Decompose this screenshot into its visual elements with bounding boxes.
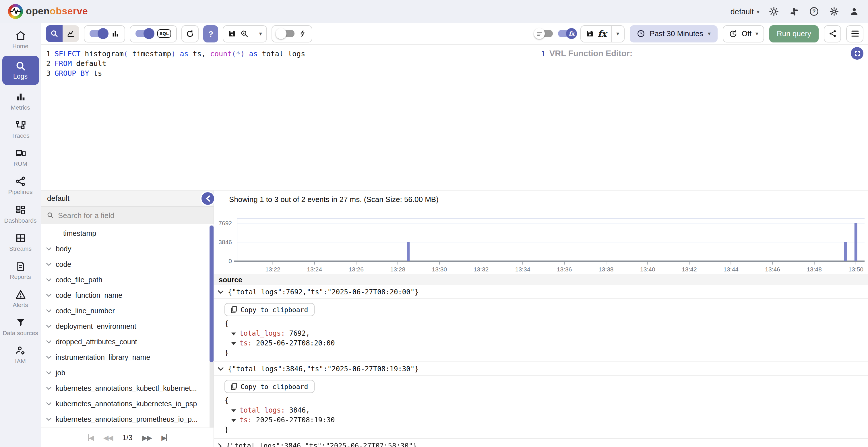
chevron-down-icon bbox=[46, 324, 52, 328]
toggle-knob bbox=[144, 28, 154, 39]
auto-refresh-selector[interactable]: Off ▾ bbox=[723, 25, 764, 42]
sidebar-item-pipelines[interactable]: Pipelines bbox=[2, 173, 39, 198]
save-search-button[interactable] bbox=[224, 26, 254, 42]
chevron-down-icon bbox=[46, 386, 52, 390]
wrap-lines-toggle[interactable] bbox=[536, 30, 553, 37]
last-page-button[interactable]: ▶ bbox=[161, 434, 167, 442]
field-item[interactable]: deployment_environment bbox=[41, 318, 214, 334]
field-item[interactable]: code_line_number bbox=[41, 303, 214, 318]
chevron-down-icon bbox=[218, 290, 224, 294]
sidebar-item-alerts[interactable]: Alerts bbox=[2, 286, 39, 310]
sidebar-item-metrics[interactable]: Metrics bbox=[2, 89, 39, 113]
saved-search-dropdown-button[interactable]: ▾ bbox=[255, 26, 267, 42]
slack-icon[interactable] bbox=[788, 6, 800, 17]
vrl-fullscreen-button[interactable] bbox=[851, 47, 863, 60]
top-header: openobserve default ▾ ? bbox=[0, 0, 868, 23]
field-item[interactable]: code bbox=[41, 256, 214, 272]
stream-selector[interactable]: default ▾ bbox=[41, 191, 214, 206]
field-item[interactable]: code_file_path bbox=[41, 272, 214, 287]
next-page-button[interactable]: ▶▶ bbox=[142, 434, 152, 442]
log-row-summary[interactable]: {"total_logs":3846,"ts":"2025-06-27T07:5… bbox=[214, 439, 868, 447]
field-item[interactable]: body bbox=[41, 241, 214, 256]
sidebar-item-streams[interactable]: Streams bbox=[2, 230, 39, 254]
scrollbar-thumb[interactable] bbox=[210, 225, 214, 362]
svg-text:13:24: 13:24 bbox=[307, 266, 322, 273]
prev-page-button[interactable]: ◀◀ bbox=[103, 434, 113, 442]
sidebar-item-rum[interactable]: RUM bbox=[2, 146, 39, 169]
save-function-group: fx ▾ bbox=[580, 25, 624, 42]
copy-to-clipboard-button[interactable]: Copy to clipboard bbox=[224, 303, 314, 316]
field-list-scrollbar[interactable] bbox=[210, 225, 214, 427]
help-icon[interactable]: ? bbox=[808, 6, 820, 17]
function-dropdown-button[interactable]: ▾ bbox=[612, 26, 624, 42]
sidebar-item-iam[interactable]: IAM bbox=[2, 343, 39, 367]
refresh-clock-icon bbox=[728, 29, 738, 38]
save-function-button[interactable]: fx bbox=[581, 26, 611, 42]
json-entry[interactable]: total_logs: 3846, bbox=[224, 406, 868, 415]
log-row-summary[interactable]: {"total_logs":3846,"ts":"2025-06-27T08:1… bbox=[214, 362, 868, 375]
live-mode-toggle[interactable] bbox=[278, 30, 295, 37]
log-row-summary[interactable]: {"total_logs":7692,"ts":"2025-06-27T08:2… bbox=[214, 285, 868, 298]
alert-triangle-icon bbox=[14, 288, 26, 300]
field-item[interactable]: dropped_attributes_count bbox=[41, 334, 214, 349]
json-entry[interactable]: ts: 2025-06-27T08:20:00 bbox=[224, 339, 868, 348]
expand-triangle-icon bbox=[231, 332, 236, 336]
sidebar-item-dashboards[interactable]: Dashboards bbox=[2, 202, 39, 226]
toggle-knob-fx: fx bbox=[566, 28, 577, 39]
live-mode-toggle-group bbox=[272, 25, 313, 42]
run-query-button[interactable]: Run query bbox=[769, 25, 818, 42]
saved-search-icon bbox=[240, 29, 249, 38]
vrl-editor-toggle[interactable]: fx bbox=[558, 30, 575, 37]
histogram-toggle[interactable] bbox=[90, 30, 107, 37]
time-range-selector[interactable]: Past 30 Minutes ▾ bbox=[629, 25, 718, 42]
search-mode-button[interactable] bbox=[46, 25, 63, 42]
share-link-button[interactable] bbox=[824, 25, 841, 42]
field-item[interactable]: kubernetes_annotations_kubernetes_io_psp bbox=[41, 396, 214, 411]
query-help-button[interactable]: ? bbox=[204, 25, 218, 42]
refresh-icon bbox=[186, 29, 195, 38]
dashboards-grid-icon bbox=[14, 204, 26, 216]
visualize-mode-button[interactable] bbox=[63, 25, 79, 42]
field-list: _timestamp body code code_file_path code… bbox=[41, 224, 214, 427]
search-icon bbox=[50, 29, 59, 38]
field-item-timestamp[interactable]: _timestamp bbox=[41, 225, 214, 241]
collapse-fields-panel-button[interactable] bbox=[200, 191, 215, 206]
sidebar-item-logs[interactable]: Logs bbox=[2, 56, 39, 85]
bar-chart-icon bbox=[14, 92, 26, 103]
field-item[interactable]: code_function_name bbox=[41, 287, 214, 303]
copy-to-clipboard-button[interactable]: Copy to clipboard bbox=[224, 380, 314, 393]
field-item[interactable]: kubernetes_annotations_prometheus_io_p..… bbox=[41, 411, 214, 427]
settings-gear-icon[interactable] bbox=[828, 6, 840, 17]
results-summary-text: Showing 1 to 3 out of 2 events in 27 ms.… bbox=[229, 195, 439, 203]
field-item[interactable]: job bbox=[41, 365, 214, 380]
json-close-brace: } bbox=[224, 348, 868, 358]
account-icon[interactable] bbox=[848, 6, 860, 17]
svg-text:13:30: 13:30 bbox=[432, 266, 447, 273]
sidebar-item-home[interactable]: Home bbox=[2, 28, 39, 52]
chevron-right-icon bbox=[218, 443, 222, 447]
chevron-down-icon: ▾ bbox=[755, 30, 758, 37]
chevron-down-icon bbox=[46, 293, 52, 297]
sql-query-editor[interactable]: 1SELECT histogram(_timestamp) as ts, cou… bbox=[41, 45, 537, 190]
sql-mode-toggle[interactable] bbox=[135, 30, 153, 37]
sidebar-item-traces[interactable]: Traces bbox=[2, 117, 39, 141]
fields-panel: default ▾ _timestamp body code code_file… bbox=[41, 191, 214, 447]
field-item[interactable]: kubernetes_annotations_kubectl_kubernet.… bbox=[41, 380, 214, 396]
field-search-input[interactable] bbox=[58, 211, 208, 220]
json-entry[interactable]: total_logs: 7692, bbox=[224, 329, 868, 339]
reset-filters-button[interactable] bbox=[182, 25, 199, 42]
vrl-function-editor[interactable]: 1 VRL Function Editor: bbox=[537, 45, 868, 190]
sidebar-item-data-sources[interactable]: Data sources bbox=[2, 314, 39, 339]
histogram-chart[interactable]: 13:2213:2413:2613:2813:3013:3213:3413:36… bbox=[214, 208, 868, 274]
theme-light-icon[interactable] bbox=[768, 6, 780, 17]
field-item[interactable]: instrumentation_library_name bbox=[41, 349, 214, 365]
log-row-detail: Copy to clipboard { total_logs: 7692, ts… bbox=[214, 298, 868, 361]
histogram-toggle-group bbox=[84, 25, 125, 42]
first-page-button[interactable]: ◀ bbox=[88, 434, 93, 442]
json-entry[interactable]: ts: 2025-06-27T08:19:30 bbox=[224, 415, 868, 425]
menu-button[interactable] bbox=[846, 25, 863, 42]
pipelines-icon bbox=[14, 176, 26, 187]
chevron-down-icon bbox=[46, 355, 52, 359]
sidebar-item-reports[interactable]: Reports bbox=[2, 258, 39, 282]
organization-selector[interactable]: default ▾ bbox=[731, 7, 760, 16]
